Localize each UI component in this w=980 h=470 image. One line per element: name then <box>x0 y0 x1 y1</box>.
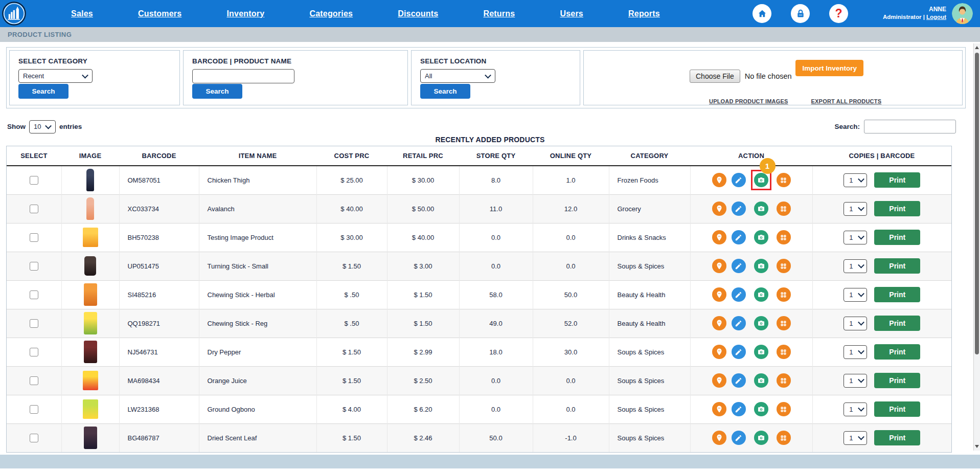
camera-icon-button[interactable] <box>754 287 768 302</box>
nav-item-inventory[interactable]: Inventory <box>226 9 264 18</box>
barcode-grid-icon-button[interactable] <box>777 173 791 187</box>
copies-select[interactable]: 1 <box>844 288 867 302</box>
camera-icon-button[interactable] <box>754 431 768 445</box>
import-inventory-button[interactable]: Import Inventory <box>795 60 863 76</box>
location-pin-icon-button[interactable] <box>712 259 726 273</box>
barcode-grid-icon-button[interactable] <box>777 259 791 273</box>
copies-select[interactable]: 1 <box>844 231 867 244</box>
location-pin-icon-button[interactable] <box>712 431 726 445</box>
barcode-input[interactable] <box>192 69 294 83</box>
nav-item-customers[interactable]: Customers <box>138 9 181 18</box>
edit-pencil-icon-button[interactable] <box>732 373 746 388</box>
print-button[interactable]: Print <box>874 287 920 302</box>
location-search-button[interactable]: Search <box>420 84 470 99</box>
row-select-checkbox[interactable] <box>30 205 38 213</box>
edit-pencil-icon-button[interactable] <box>732 345 746 359</box>
row-select-checkbox[interactable] <box>30 376 38 385</box>
copies-select[interactable]: 1 <box>844 345 867 359</box>
row-select-checkbox[interactable] <box>30 405 38 414</box>
row-select-checkbox[interactable] <box>30 319 38 328</box>
table-search-input[interactable] <box>864 120 956 133</box>
edit-pencil-icon-button[interactable] <box>732 173 746 187</box>
row-select-checkbox[interactable] <box>30 176 38 185</box>
camera-icon-button[interactable] <box>754 259 768 273</box>
print-button[interactable]: Print <box>874 316 920 331</box>
category-search-button[interactable]: Search <box>18 84 69 99</box>
barcode-grid-icon-button[interactable] <box>777 287 791 302</box>
print-button[interactable]: Print <box>874 401 920 417</box>
nav-item-returns[interactable]: Returns <box>483 9 515 18</box>
nav-item-users[interactable]: Users <box>560 9 583 18</box>
barcode-grid-icon-button[interactable] <box>777 402 791 416</box>
barcode-grid-icon-button[interactable] <box>777 202 791 216</box>
row-select-checkbox[interactable] <box>30 262 38 271</box>
print-button[interactable]: Print <box>874 258 920 274</box>
scroll-down-arrow-icon[interactable] <box>974 443 980 450</box>
edit-pencil-icon-button[interactable] <box>732 202 746 216</box>
copies-select[interactable]: 1 <box>844 202 867 216</box>
copies-select[interactable]: 1 <box>844 374 867 388</box>
camera-icon-button[interactable] <box>754 202 768 216</box>
scrollbar-thumb[interactable] <box>975 53 979 354</box>
print-button[interactable]: Print <box>874 344 920 360</box>
row-select-checkbox[interactable] <box>30 434 38 442</box>
edit-pencil-icon-button[interactable] <box>732 431 746 445</box>
camera-icon-button[interactable] <box>754 230 768 244</box>
logout-link[interactable]: Logout <box>926 14 946 20</box>
print-button[interactable]: Print <box>874 201 920 216</box>
barcode-grid-icon-button[interactable] <box>777 345 791 359</box>
copies-select[interactable]: 1 <box>844 259 867 273</box>
row-select-checkbox[interactable] <box>30 290 38 299</box>
home-icon[interactable] <box>753 4 771 23</box>
location-pin-icon-button[interactable] <box>712 287 726 302</box>
barcode-grid-icon-button[interactable] <box>777 230 791 244</box>
location-pin-icon-button[interactable] <box>712 230 726 244</box>
help-icon[interactable]: ? <box>829 4 848 23</box>
edit-pencil-icon-button[interactable] <box>732 230 746 244</box>
copies-select[interactable]: 1 <box>844 173 867 187</box>
barcode-grid-icon-button[interactable] <box>777 316 791 330</box>
location-pin-icon-button[interactable] <box>712 202 726 216</box>
copies-select[interactable]: 1 <box>844 402 867 416</box>
copies-select[interactable]: 1 <box>844 431 867 445</box>
location-pin-icon-button[interactable] <box>712 316 726 330</box>
location-pin-icon-button[interactable] <box>712 173 726 187</box>
app-logo-icon[interactable] <box>2 2 26 26</box>
camera-icon-button[interactable] <box>754 316 768 330</box>
location-pin-icon-button[interactable] <box>712 373 726 388</box>
edit-pencil-icon-button[interactable] <box>732 316 746 330</box>
choose-file-button[interactable]: Choose File <box>690 70 740 83</box>
print-button[interactable]: Print <box>874 373 920 388</box>
edit-pencil-icon-button[interactable] <box>732 402 746 416</box>
user-avatar[interactable] <box>952 3 973 24</box>
camera-icon-button[interactable] <box>754 345 768 359</box>
camera-icon-button[interactable] <box>754 173 768 187</box>
upload-product-images-link[interactable]: UPLOAD PRODUCT IMAGES <box>709 98 788 104</box>
lock-icon[interactable] <box>791 4 810 23</box>
row-select-checkbox[interactable] <box>30 348 38 356</box>
edit-pencil-icon-button[interactable] <box>732 287 746 302</box>
edit-pencil-icon-button[interactable] <box>732 259 746 273</box>
print-button[interactable]: Print <box>874 230 920 245</box>
nav-item-discounts[interactable]: Discounts <box>398 9 438 18</box>
location-select[interactable]: All <box>420 69 495 83</box>
row-select-checkbox[interactable] <box>30 233 38 242</box>
scroll-up-arrow-icon[interactable] <box>974 44 980 51</box>
vertical-scrollbar[interactable] <box>973 43 980 451</box>
nav-item-categories[interactable]: Categories <box>309 9 353 18</box>
barcode-search-button[interactable]: Search <box>192 84 242 99</box>
camera-icon-button[interactable] <box>754 373 768 388</box>
print-button[interactable]: Print <box>874 430 920 445</box>
category-select[interactable]: Recent <box>18 69 93 83</box>
camera-icon-button[interactable] <box>754 402 768 416</box>
copies-select[interactable]: 1 <box>844 317 867 330</box>
barcode-grid-icon-button[interactable] <box>777 373 791 388</box>
location-pin-icon-button[interactable] <box>712 345 726 359</box>
entries-select[interactable]: 10 <box>29 120 56 133</box>
nav-item-sales[interactable]: Sales <box>71 9 93 18</box>
print-button[interactable]: Print <box>874 172 920 188</box>
nav-item-reports[interactable]: Reports <box>628 9 660 18</box>
barcode-grid-icon-button[interactable] <box>777 431 791 445</box>
location-pin-icon-button[interactable] <box>712 402 726 416</box>
export-all-products-link[interactable]: EXPORT ALL PRODUCTS <box>811 98 882 104</box>
